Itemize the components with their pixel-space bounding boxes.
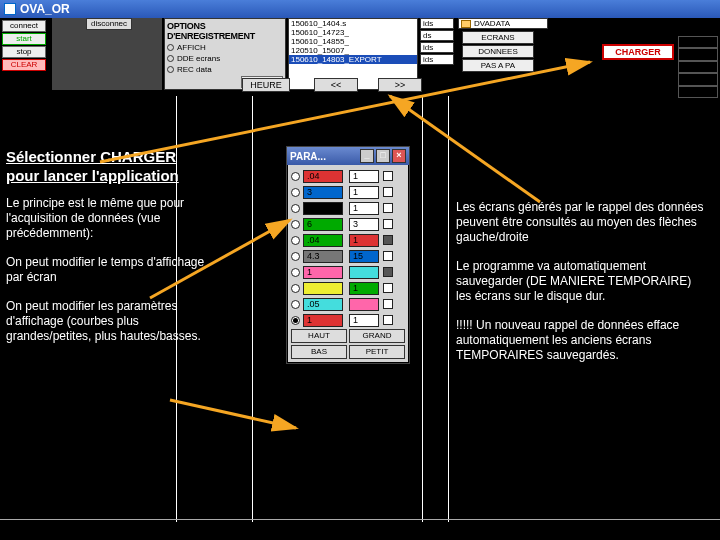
divider [422, 96, 423, 522]
ext-item: ds [420, 30, 454, 41]
radio-icon[interactable] [167, 66, 174, 73]
para-bas-button[interactable]: BAS [291, 345, 347, 359]
connection-buttons: connect start stop CLEAR [0, 18, 48, 90]
radio-icon[interactable] [291, 204, 300, 213]
para-value-1[interactable]: 0 [303, 202, 343, 215]
start-button[interactable]: start [2, 33, 46, 45]
stop-button[interactable]: stop [2, 46, 46, 58]
para-value-1[interactable]: .04 [303, 234, 343, 247]
para-body: .041310163.0414.31511.0511HAUTGRANDBASPE… [287, 165, 409, 363]
para-value-2[interactable] [349, 266, 379, 279]
para-haut-button[interactable]: HAUT [291, 329, 347, 343]
titlebar-icon [4, 3, 16, 15]
radio-icon[interactable] [291, 284, 300, 293]
disconnect-button[interactable]: disconnec [86, 18, 132, 30]
para-row: 01 [291, 201, 405, 215]
para-value-1[interactable] [303, 282, 343, 295]
list-item[interactable]: 150610_14855_ [289, 37, 417, 46]
radio-icon[interactable] [291, 188, 300, 197]
preview-panel: disconnec [52, 18, 162, 90]
para-row: .041 [291, 169, 405, 183]
right-p3: !!!!! Un nouveau rappel de données effac… [456, 318, 708, 363]
para-value-2[interactable]: 3 [349, 218, 379, 231]
right-p2: Le programme va automatiquement sauvegar… [456, 259, 708, 304]
para-row: .05 [291, 297, 405, 311]
checkbox-icon[interactable] [383, 171, 393, 181]
radio-icon[interactable] [291, 252, 300, 261]
para-row: 4.315 [291, 249, 405, 263]
right-text-column: Les écrans générés par le rappel des don… [456, 200, 708, 377]
para-value-2[interactable]: 1 [349, 186, 379, 199]
folder-icon [461, 20, 471, 28]
radio-icon[interactable] [291, 316, 300, 325]
para-value-1[interactable]: 3 [303, 186, 343, 199]
minimize-icon[interactable]: _ [360, 149, 374, 163]
checkbox-icon[interactable] [383, 235, 393, 245]
para-row: .041 [291, 233, 405, 247]
para-value-1[interactable]: 4.3 [303, 250, 343, 263]
checkbox-icon[interactable] [383, 299, 393, 309]
list-item[interactable]: 120510_15007_ [289, 46, 417, 55]
checkbox-icon[interactable] [383, 203, 393, 213]
radio-icon[interactable] [291, 236, 300, 245]
option-ecrans: DDE ecrans [177, 54, 220, 63]
checkbox-icon[interactable] [383, 267, 393, 277]
list-item[interactable]: 150610_14723_ [289, 28, 417, 37]
para-value-1[interactable]: 1 [303, 314, 343, 327]
maximize-icon[interactable]: □ [376, 149, 390, 163]
svg-line-3 [390, 96, 540, 202]
para-value-2[interactable]: 1 [349, 234, 379, 247]
para-value-1[interactable]: .05 [303, 298, 343, 311]
para-value-1[interactable]: 1 [303, 266, 343, 279]
list-item[interactable]: 150610_1404.s [289, 19, 417, 28]
radio-icon[interactable] [291, 268, 300, 277]
list-item-selected[interactable]: 150610_14803_EXPORT [289, 55, 417, 64]
para-petit-button[interactable]: PETIT [349, 345, 405, 359]
para-value-2[interactable]: 1 [349, 314, 379, 327]
para-titlebar[interactable]: PARA... _ □ × [287, 147, 409, 165]
para-value-2[interactable]: 15 [349, 250, 379, 263]
radio-icon[interactable] [291, 172, 300, 181]
svg-line-2 [170, 400, 296, 428]
connect-button[interactable]: connect [2, 20, 46, 32]
folder-name: DVADATA [474, 19, 510, 28]
radio-icon[interactable] [167, 55, 174, 62]
pasapas-button[interactable]: PAS A PA [462, 59, 534, 72]
right-p1: Les écrans générés par le rappel des don… [456, 200, 708, 245]
para-row: 11 [291, 313, 405, 327]
window-titlebar: OVA_OR [0, 0, 720, 18]
para-value-1[interactable]: 6 [303, 218, 343, 231]
left-text-column: Sélectionner CHARGER pour lancer l'appli… [6, 148, 206, 358]
donnees-button[interactable]: DONNEES [462, 45, 534, 58]
para-value-2[interactable]: 1 [349, 282, 379, 295]
checkbox-icon[interactable] [383, 187, 393, 197]
nav-next-button[interactable]: >> [378, 78, 422, 92]
close-icon[interactable]: × [392, 149, 406, 163]
charger-button[interactable]: CHARGER [602, 44, 674, 60]
para-grand-button[interactable]: GRAND [349, 329, 405, 343]
clear-button[interactable]: CLEAR [2, 59, 46, 71]
ecrans-button[interactable]: ECRANS [462, 31, 534, 44]
radio-icon[interactable] [167, 44, 174, 51]
checkbox-icon[interactable] [383, 219, 393, 229]
nav-prev-button[interactable]: << [314, 78, 358, 92]
ext-item: ids [420, 18, 454, 29]
para-value-1[interactable]: .04 [303, 170, 343, 183]
option-affich: AFFICH [177, 43, 206, 52]
radio-icon[interactable] [291, 220, 300, 229]
ext-item: ids [420, 54, 454, 65]
left-heading: Sélectionner CHARGER pour lancer l'appli… [6, 148, 206, 186]
para-value-2[interactable]: 1 [349, 170, 379, 183]
folder-field[interactable]: DVADATA [458, 18, 548, 29]
left-p2: On peut modifier le temps d'affichage pa… [6, 255, 206, 285]
checkbox-icon[interactable] [383, 251, 393, 261]
checkbox-icon[interactable] [383, 283, 393, 293]
thumb-grid [678, 36, 718, 98]
checkbox-icon[interactable] [383, 315, 393, 325]
heure-button[interactable]: HEURE [242, 78, 290, 92]
ext-column: ids ds ids ids [420, 18, 454, 90]
para-value-2[interactable] [349, 298, 379, 311]
para-value-2[interactable]: 1 [349, 202, 379, 215]
para-row: 31 [291, 185, 405, 199]
radio-icon[interactable] [291, 300, 300, 309]
